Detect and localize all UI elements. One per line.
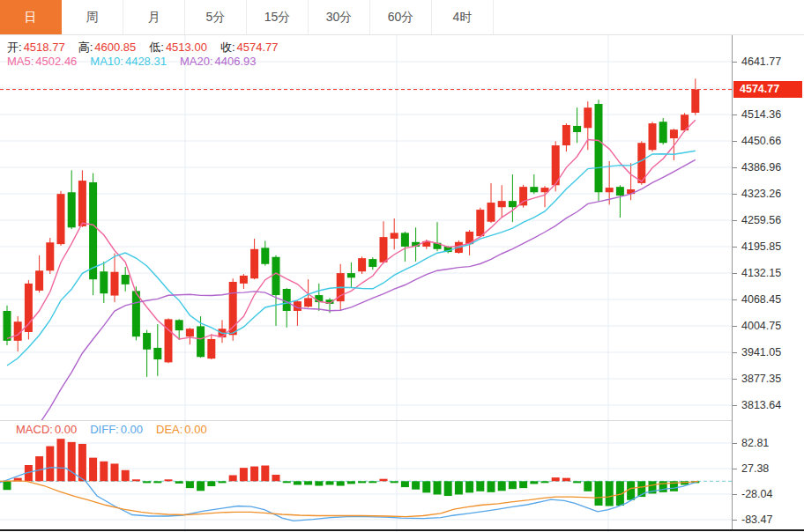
price-axis-tick: 4195.85 [733,240,781,254]
ma5-line [7,120,696,339]
tab-period-2[interactable]: 周 [62,0,123,34]
tab-period-4[interactable]: 5分 [185,0,247,34]
kline-chart-app: 日周月5分15分30分60分4时 开:4518.77高:4600.85低:451… [0,0,804,532]
price-axis-tick: 3813.64 [733,398,781,412]
price-axis-tick: 4386.96 [733,160,781,174]
current-price-badge: 4574.77 [733,81,802,98]
main-candlestick-chart[interactable] [0,35,732,421]
price-axis-tick: 4641.77 [733,55,781,69]
tab-period-7[interactable]: 60分 [370,0,432,34]
price-axis-tick: 4514.36 [733,107,781,122]
price-axis-tick: 4450.66 [733,134,781,148]
macd-axis-tick: -83.47 [733,513,772,527]
tab-period-6[interactable]: 30分 [309,0,370,34]
price-axis: 4574.77 4641.774514.364450.664386.964323… [732,35,804,530]
price-axis-tick: 4132.15 [733,266,781,280]
dea-line [0,481,698,517]
period-tabbar: 日周月5分15分30分60分4时 [0,0,804,35]
macd-axis-tick: 27.38 [733,462,769,476]
tab-period-8[interactable]: 4时 [432,0,494,34]
price-axis-tick: 4004.75 [733,319,781,333]
tab-period-1[interactable]: 日 [0,0,62,34]
price-axis-tick: 4259.56 [733,213,781,227]
main-gridlines [0,35,732,421]
macd-chart[interactable] [0,421,732,532]
macd-axis-tick: 82.81 [733,436,769,450]
candles [4,78,700,377]
price-axis-tick: 3877.35 [733,372,781,386]
price-axis-tick: 3941.05 [733,345,781,359]
tab-period-5[interactable]: 15分 [247,0,309,34]
macd-histogram [4,439,700,506]
ma10-line [7,151,696,366]
macd-axis-tick: -28.04 [733,487,772,501]
price-axis-tick: 4068.45 [733,292,781,307]
tab-period-3[interactable]: 月 [123,0,185,34]
price-axis-tick: 4323.26 [733,187,781,201]
chart-bottom-border [0,529,804,531]
